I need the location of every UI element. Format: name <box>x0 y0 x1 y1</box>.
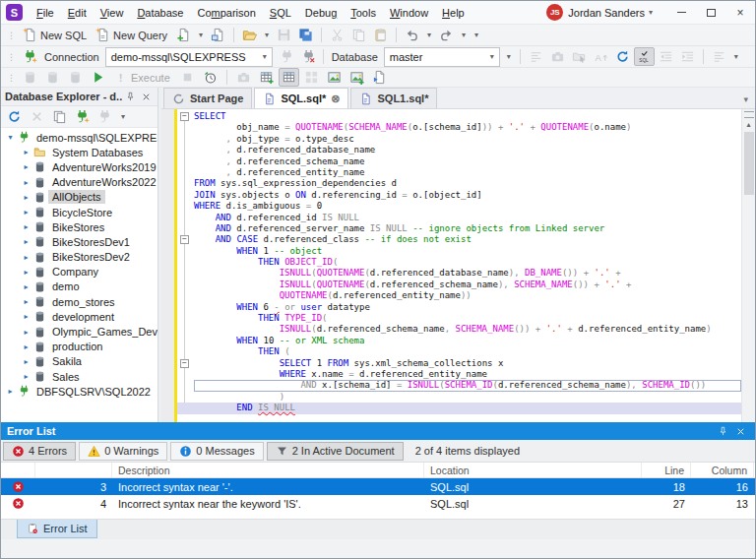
chevron-right-icon[interactable]: ▸ <box>21 342 32 351</box>
maximize-button[interactable] <box>696 1 725 24</box>
tree-item-dbfsqlsrv-sql2022[interactable]: ▸DBFSQLSRV\SQL2022 <box>1 384 158 399</box>
tree-item-demo[interactable]: ▸demo <box>1 280 158 294</box>
chevron-right-icon[interactable]: ▸ <box>21 328 32 337</box>
menu-comparison[interactable]: Comparison <box>190 3 262 23</box>
toolbar2-combo-overflow[interactable]: ▾ <box>503 47 515 66</box>
pin-icon[interactable] <box>714 426 731 437</box>
tree-item-sakila[interactable]: ▸Sakila <box>1 354 158 369</box>
chevron-right-icon[interactable]: ▸ <box>21 297 32 306</box>
column-header-column[interactable]: Column <box>691 463 754 477</box>
run-button[interactable] <box>88 68 108 87</box>
column-header-location[interactable]: Location <box>424 463 642 477</box>
tree-item-development[interactable]: ▸development <box>1 309 158 324</box>
code-line[interactable]: − SELECT 1 FROM sys.xml_schema_collectio… <box>177 358 741 369</box>
code-line[interactable]: AND d.referenced_id IS NULL <box>177 213 741 223</box>
column-header-number[interactable] <box>35 463 112 477</box>
warnings-filter-button[interactable]: 0 Warnings <box>79 442 167 461</box>
menu-file[interactable]: File <box>30 3 61 23</box>
code-line[interactable]: FROM sys.sql_expression_dependencies d <box>177 178 741 189</box>
undo-dropdown[interactable]: ▾ <box>423 26 435 44</box>
column-header-line[interactable]: Line <box>642 463 691 477</box>
tree-item-sales[interactable]: ▸Sales <box>1 369 158 384</box>
code-line[interactable]: , d.referenced_schema_name <box>177 156 741 167</box>
code-line[interactable]: JOIN sys.objects o ON d.referencing_id =… <box>177 190 741 201</box>
code-line[interactable]: ISNULL(QUOTENAME(d.referenced_database_n… <box>177 268 741 279</box>
fold-margin[interactable]: − <box>177 111 194 122</box>
menu-debug[interactable]: Debug <box>298 3 344 23</box>
new-connection-button[interactable] <box>20 47 40 66</box>
errors-filter-button[interactable]: 4 Errors <box>3 442 76 461</box>
menu-view[interactable]: View <box>94 3 131 23</box>
chevron-right-icon[interactable]: ▸ <box>21 193 32 202</box>
redo-button[interactable] <box>436 26 457 44</box>
explorer-refresh-button[interactable] <box>4 107 25 126</box>
code-line[interactable]: THEN ( <box>177 346 741 357</box>
code-line[interactable]: AND d.referenced_server_name IS NULL -- … <box>177 223 741 234</box>
code-line[interactable]: WHERE d.is_ambiguous = 0 <box>177 201 741 212</box>
chevron-right-icon[interactable]: ▸ <box>21 178 32 187</box>
undo-button[interactable] <box>402 26 422 44</box>
execution-history-button[interactable] <box>200 68 220 87</box>
scroll-up-icon[interactable]: ▴ <box>746 121 750 129</box>
user-menu-dropdown-icon[interactable]: ▾ <box>649 8 653 17</box>
code-line[interactable]: THEN TYPE_ID( <box>177 313 741 324</box>
chevron-right-icon[interactable]: ▸ <box>21 237 32 246</box>
split-window-handle[interactable] <box>744 111 754 118</box>
fold-collapse-icon[interactable]: − <box>180 359 189 368</box>
tree-item-allobjects[interactable]: ▸AllObjects <box>1 190 158 205</box>
user-name[interactable]: Jordan Sanders <box>568 7 645 19</box>
new-document-button[interactable] <box>173 26 194 44</box>
tabstrip-overflow-icon[interactable]: ▾ <box>743 94 755 108</box>
column-header-description[interactable]: Description <box>112 463 424 477</box>
pin-icon[interactable] <box>122 92 138 102</box>
tab-sql1-sql-[interactable]: SQL1.sql* <box>350 88 437 108</box>
error-row[interactable]: 3Incorrect syntax near '-'.SQL.sql1816 <box>1 478 755 495</box>
refresh-button[interactable] <box>612 47 633 66</box>
user-avatar[interactable]: JS <box>546 4 563 21</box>
tree-item-adventureworks2022[interactable]: ▸AdventureWorks2022 <box>1 175 158 190</box>
explorer-overflow[interactable]: ▾ <box>117 107 129 126</box>
menu-help[interactable]: Help <box>435 3 472 23</box>
code-line[interactable]: −SELECT <box>177 111 741 122</box>
menu-window[interactable]: Window <box>383 3 435 23</box>
fold-margin[interactable]: − <box>177 358 194 369</box>
visualizer-button[interactable] <box>324 68 345 87</box>
chevron-right-icon[interactable]: ▸ <box>21 312 32 321</box>
chevron-right-icon[interactable]: ▸ <box>21 253 32 262</box>
code-line[interactable]: , obj_type = o.type_desc <box>177 134 741 145</box>
fold-collapse-icon[interactable]: − <box>180 235 189 244</box>
chevron-right-icon[interactable]: ▸ <box>21 222 32 231</box>
tab-start-page[interactable]: Start Page <box>163 88 252 108</box>
panel-close-icon[interactable] <box>731 426 749 437</box>
tree-item-adventureworks2019[interactable]: ▸AdventureWorks2019 <box>1 159 158 174</box>
code-line[interactable]: ISNULL(d.referenced_schema_name, SCHEMA_… <box>177 324 741 335</box>
code-line[interactable]: QUOTENAME(d.referenced_entity_name)) <box>177 290 741 301</box>
format-sql-button[interactable]: SQL <box>634 47 655 66</box>
active-document-filter-button[interactable]: 2 In Active Document <box>267 442 404 461</box>
vertical-scrollbar[interactable]: ▴ <box>741 109 755 422</box>
menu-edit[interactable]: Edit <box>61 3 94 23</box>
code-line[interactable]: , d.referenced_entity_name <box>177 167 741 178</box>
new-query-button[interactable]: New Query <box>93 26 172 44</box>
chevron-down-icon[interactable]: ▾ <box>5 133 16 142</box>
menu-tools[interactable]: Tools <box>344 3 383 23</box>
menu-sql[interactable]: SQL <box>263 3 298 23</box>
tree-item-bikestoresdev1[interactable]: ▸BikeStoresDev1 <box>1 234 158 249</box>
code-line[interactable]: WHERE x.name = d.referenced_entity_name <box>177 369 741 380</box>
explorer-new-connection-button[interactable] <box>72 107 93 126</box>
column-header-icon[interactable] <box>1 463 35 477</box>
toolbar1-overflow[interactable]: ▾ <box>471 26 482 44</box>
tree-item-bicyclestore[interactable]: ▸BicycleStore <box>1 205 158 219</box>
results-grid-button[interactable] <box>279 68 299 87</box>
code-line[interactable]: END IS NULL <box>177 403 741 413</box>
chevron-right-icon[interactable]: ▸ <box>21 208 32 217</box>
tree-item-demo-mssql-sqlexpress[interactable]: ▾demo-mssql\SQLEXPRESS <box>1 130 158 145</box>
chevron-right-icon[interactable]: ▸ <box>21 357 32 366</box>
error-list-tab[interactable]: Error List <box>17 520 97 538</box>
chevron-right-icon[interactable]: ▸ <box>21 372 32 381</box>
tree-item-bikestoresdev2[interactable]: ▸BikeStoresDev2 <box>1 250 158 265</box>
code-line[interactable]: WHEN 6 - or user datatype <box>177 302 741 313</box>
code-area[interactable]: −SELECT obj_name = QUOTENAME(SCHEMA_NAME… <box>177 109 741 422</box>
open-shortcut-button[interactable] <box>369 68 390 87</box>
fold-margin[interactable]: − <box>177 234 194 245</box>
